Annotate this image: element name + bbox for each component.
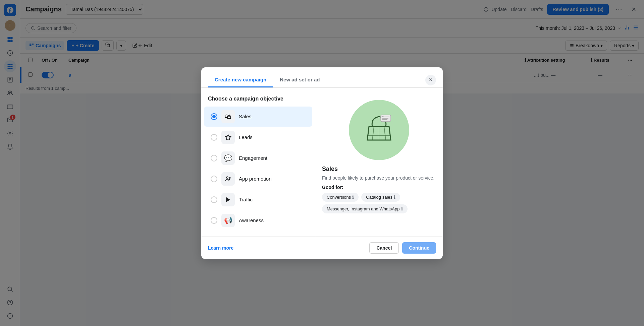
objective-traffic[interactable]: Traffic (204, 190, 312, 210)
objective-radio-sales (211, 113, 217, 120)
tag-catalog-sales-label: Catalog sales (366, 195, 392, 200)
svg-marker-47 (225, 134, 231, 140)
objective-icon-awareness: 📢 (221, 214, 235, 227)
objective-radio-awareness (211, 217, 217, 224)
tag-messenger-label: Messenger, Instagram and WhatsApp (327, 206, 400, 211)
tag-catalog-sales-info[interactable]: ℹ (394, 195, 395, 200)
svg-line-55 (384, 127, 386, 140)
tag-conversions-label: Conversions (327, 195, 351, 200)
continue-button[interactable]: Continue (402, 242, 436, 254)
tag-conversions[interactable]: Conversions ℹ (322, 193, 359, 202)
objective-label-app-promotion: App promotion (239, 176, 272, 182)
objective-radio-app-promotion (211, 176, 217, 182)
modal-overlay[interactable]: Create new campaign New ad set or ad × C… (0, 0, 644, 326)
modal-body: Choose a campaign objective 🛍 Sales Lead… (201, 88, 443, 237)
good-for-tags: Conversions ℹ Catalog sales ℹ Messenger,… (322, 193, 436, 213)
svg-point-49 (229, 177, 230, 178)
objective-icon-traffic (221, 193, 235, 206)
objective-illustration (349, 100, 409, 160)
objective-app-promotion[interactable]: App promotion (204, 169, 312, 189)
objective-radio-engagement (211, 155, 217, 161)
objective-icon-leads (221, 131, 235, 144)
selected-objective-title: Sales (322, 166, 436, 173)
objective-radio-leads (211, 134, 217, 141)
objective-awareness[interactable]: 📢 Awareness (204, 210, 312, 231)
tag-messenger[interactable]: Messenger, Instagram and WhatsApp ℹ (322, 204, 408, 213)
good-for-title: Good for: (322, 185, 436, 190)
campaign-objective-modal: Create new campaign New ad set or ad × C… (201, 67, 443, 259)
objective-sales[interactable]: 🛍 Sales (204, 107, 312, 127)
tab-create-campaign[interactable]: Create new campaign (208, 73, 273, 87)
objective-leads[interactable]: Leads (204, 127, 312, 147)
modal-tabs: Create new campaign New ad set or ad (208, 73, 326, 87)
modal-footer-actions: Cancel Continue (369, 242, 436, 254)
svg-point-48 (226, 177, 228, 178)
modal-section-title: Choose a campaign objective (201, 93, 315, 106)
selected-objective-desc: Find people likely to purchase your prod… (322, 175, 436, 181)
tag-messenger-info[interactable]: ℹ (401, 206, 403, 211)
modal-left-panel: Choose a campaign objective 🛍 Sales Lead… (201, 88, 315, 237)
learn-more-button[interactable]: Learn more (208, 245, 233, 251)
tab-new-ad[interactable]: New ad set or ad (273, 73, 326, 87)
objective-label-awareness: Awareness (239, 217, 264, 223)
objective-icon-engagement: 💬 (221, 151, 235, 165)
objective-radio-traffic (211, 196, 217, 203)
modal-close-button[interactable]: × (425, 75, 436, 85)
tag-catalog-sales[interactable]: Catalog sales ℹ (361, 193, 400, 202)
svg-line-53 (372, 127, 374, 140)
objective-label-leads: Leads (239, 134, 253, 140)
objective-label-traffic: Traffic (239, 197, 253, 202)
modal-footer: Learn more Cancel Continue (201, 237, 443, 259)
cancel-button[interactable]: Cancel (369, 242, 399, 254)
tag-conversions-info[interactable]: ℹ (352, 195, 354, 200)
objective-icon-app-promotion (221, 172, 235, 186)
objective-engagement[interactable]: 💬 Engagement (204, 148, 312, 168)
sales-illustration-svg (359, 110, 399, 150)
objective-icon-sales: 🛍 (221, 110, 235, 123)
objective-label-engagement: Engagement (239, 155, 267, 161)
objective-label-sales: Sales (239, 114, 252, 119)
svg-marker-50 (226, 197, 230, 202)
modal-header: Create new campaign New ad set or ad × (201, 67, 443, 88)
modal-right-panel: Sales Find people likely to purchase you… (315, 88, 443, 237)
